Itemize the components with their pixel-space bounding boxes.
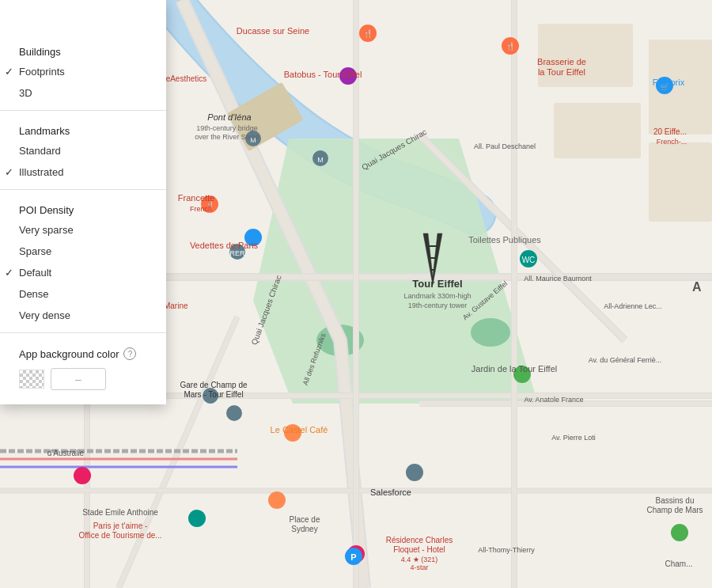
svg-text:4.4 ★ (321): 4.4 ★ (321) <box>401 556 438 563</box>
svg-text:Jardin de la Tour Eiffel: Jardin de la Tour Eiffel <box>472 364 557 374</box>
svg-text:20 Eiffe...: 20 Eiffe... <box>653 127 687 136</box>
default-checkmark: ✓ <box>5 267 13 279</box>
svg-text:Batobus - Tour Eiffel: Batobus - Tour Eiffel <box>284 70 362 79</box>
svg-text:Gare de Champ de: Gare de Champ de <box>180 381 247 389</box>
illustrated-option[interactable]: ✓ Illustrated <box>0 161 166 183</box>
svg-text:Tour Eiffel: Tour Eiffel <box>412 278 462 290</box>
svg-text:🍴: 🍴 <box>506 41 516 51</box>
svg-text:Place de: Place de <box>290 515 320 524</box>
svg-text:All-Thomy-Thierry: All-Thomy-Thierry <box>478 546 535 554</box>
svg-text:Av. Anatole France: Av. Anatole France <box>524 396 583 404</box>
svg-text:Floquet - Hotel: Floquet - Hotel <box>393 545 445 554</box>
landmarks-section-label: Landmarks <box>0 117 166 140</box>
svg-text:19th-century tower: 19th-century tower <box>408 302 468 309</box>
illustrated-label: Illustrated <box>19 166 63 178</box>
svg-text:Le Castel Café: Le Castel Café <box>271 425 328 434</box>
svg-text:P: P <box>350 552 356 562</box>
settings-panel: Buildings ✓ Footprints 3D Landmarks Stan… <box>0 0 166 404</box>
svg-point-37 <box>188 510 206 527</box>
svg-point-38 <box>406 464 423 481</box>
svg-text:Champ de Mars: Champ de Mars <box>646 506 703 514</box>
very-sparse-label: Very sparse <box>19 224 74 236</box>
svg-rect-7 <box>554 103 641 158</box>
dense-label: Dense <box>19 288 49 300</box>
svg-text:Stade Emile Anthoine: Stade Emile Anthoine <box>82 508 158 517</box>
divider-3 <box>0 332 166 333</box>
svg-text:Bassins du: Bassins du <box>656 496 695 505</box>
svg-text:Franprix: Franprix <box>653 78 685 87</box>
svg-text:d'Australie: d'Australie <box>47 449 85 457</box>
svg-rect-12 <box>430 269 435 271</box>
svg-text:Av. Pierre Loti: Av. Pierre Loti <box>551 434 596 442</box>
divider-1 <box>0 110 166 111</box>
svg-text:la Tour Eiffel: la Tour Eiffel <box>538 67 585 77</box>
app-bg-color-label: App background color <box>19 348 119 360</box>
svg-text:Francette: Francette <box>178 193 214 203</box>
svg-text:All. Paul Deschanel: All. Paul Deschanel <box>474 142 536 150</box>
svg-text:ceAesthetics: ceAesthetics <box>162 74 207 83</box>
svg-rect-5 <box>538 24 633 87</box>
color-preview-row <box>0 363 166 395</box>
svg-text:French: French <box>190 205 212 213</box>
svg-text:Mars - Tour Eiffel: Mars - Tour Eiffel <box>184 390 243 399</box>
dense-option[interactable]: Dense <box>0 283 166 305</box>
default-label: Default <box>19 267 51 279</box>
app-bg-color-section: App background color ? <box>0 340 166 363</box>
svg-rect-8 <box>649 142 712 222</box>
3d-option[interactable]: 3D <box>0 82 166 104</box>
svg-text:All-Adrienne Lec...: All-Adrienne Lec... <box>604 302 662 310</box>
poi-density-section-label: POI Density <box>0 196 166 219</box>
svg-text:Office de Tourisme de...: Office de Tourisme de... <box>78 531 161 540</box>
svg-text:over the River Seine: over the River Seine <box>195 133 259 141</box>
illustrated-checkmark: ✓ <box>5 166 13 178</box>
svg-text:Salesforce: Salesforce <box>370 487 411 497</box>
svg-text:French-...: French-... <box>657 138 687 146</box>
svg-text:Brasserie de: Brasserie de <box>537 57 586 66</box>
svg-text:19th-century bridge: 19th-century bridge <box>196 124 258 132</box>
3d-label: 3D <box>19 87 32 99</box>
svg-text:Paris je t'aime -: Paris je t'aime - <box>93 522 148 530</box>
svg-text:M: M <box>317 156 324 164</box>
svg-text:Cham...: Cham... <box>665 560 692 568</box>
svg-point-36 <box>74 467 91 484</box>
buildings-section-label: Buildings <box>0 38 166 61</box>
svg-text:Vedettes de Paris: Vedettes de Paris <box>190 241 259 250</box>
color-input[interactable] <box>51 368 106 390</box>
svg-text:WC: WC <box>522 256 536 264</box>
help-icon[interactable]: ? <box>123 347 136 360</box>
sparse-option[interactable]: Sparse <box>0 241 166 262</box>
svg-text:Ducasse sur Seine: Ducasse sur Seine <box>237 26 309 36</box>
svg-text:Av. du Général Ferriè...: Av. du Général Ferriè... <box>589 356 662 364</box>
sparse-label: Sparse <box>19 245 51 257</box>
very-sparse-option[interactable]: Very sparse <box>0 219 166 241</box>
svg-text:Pont d'Iéna: Pont d'Iéna <box>207 112 251 122</box>
svg-point-35 <box>268 491 286 509</box>
svg-text:4-star: 4-star <box>410 563 428 571</box>
svg-text:A: A <box>692 280 702 294</box>
very-dense-option[interactable]: Very dense <box>0 305 166 326</box>
very-dense-label: Very dense <box>19 309 70 321</box>
footprints-label: Footprints <box>19 66 65 78</box>
divider-2 <box>0 189 166 190</box>
svg-text:Résidence Charles: Résidence Charles <box>386 536 453 544</box>
svg-point-3 <box>471 318 510 347</box>
default-option[interactable]: ✓ Default <box>0 262 166 283</box>
svg-text:Landmark 330m-high: Landmark 330m-high <box>403 292 471 300</box>
standard-option[interactable]: Standard <box>0 140 166 161</box>
svg-rect-10 <box>426 245 439 247</box>
svg-point-42 <box>671 524 688 541</box>
svg-text:🍴: 🍴 <box>363 28 373 39</box>
svg-point-30 <box>226 405 242 421</box>
svg-text:Sydney: Sydney <box>291 525 317 533</box>
svg-text:Toilettes Publiques: Toilettes Publiques <box>468 235 541 245</box>
svg-text:All. Maurice Baumont: All. Maurice Baumont <box>524 275 592 283</box>
svg-text:RER: RER <box>229 249 245 257</box>
footprints-option[interactable]: ✓ Footprints <box>0 61 166 82</box>
standard-label: Standard <box>19 145 61 157</box>
checkerboard-preview <box>19 370 44 389</box>
svg-rect-11 <box>428 257 437 259</box>
footprints-checkmark: ✓ <box>5 66 13 78</box>
